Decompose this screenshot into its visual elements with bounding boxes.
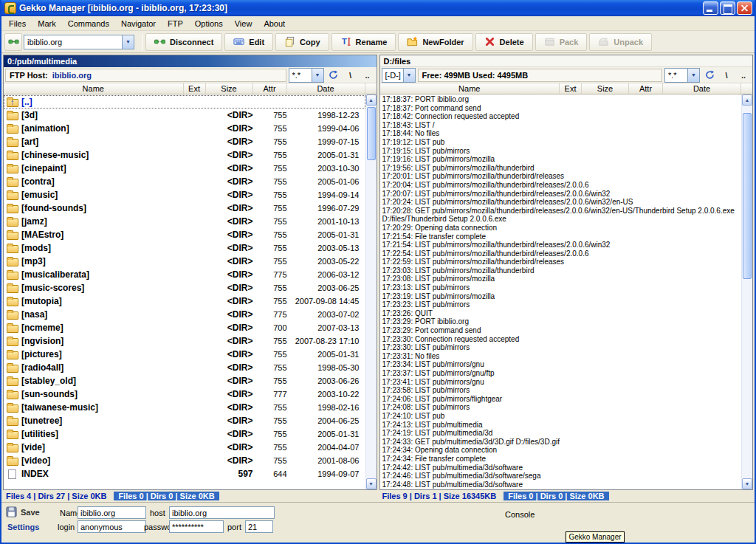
port-field[interactable] xyxy=(245,520,273,533)
file-row[interactable]: [ncmeme]<DIR>7002007-03-13 xyxy=(4,321,365,334)
delete-button[interactable]: Delete xyxy=(475,33,533,51)
left-refresh-button[interactable] xyxy=(326,69,341,82)
column-header-ext[interactable]: Ext xyxy=(184,83,206,94)
file-row[interactable]: [animation]<DIR>7551999-04-06 xyxy=(4,122,365,135)
file-row[interactable]: [music-scores]<DIR>7552003-06-25 xyxy=(4,281,365,295)
host-field[interactable] xyxy=(169,506,275,519)
chevron-down-icon[interactable]: ▼ xyxy=(403,69,415,82)
file-row[interactable]: [mutopia]<DIR>7552007-09-08 14:45 xyxy=(4,295,365,308)
new-folder-button[interactable]: NewFolder xyxy=(398,33,472,51)
menu-item-commands[interactable]: Commands xyxy=(62,18,115,30)
minimize-button[interactable] xyxy=(703,1,718,15)
file-row[interactable]: [emusic]<DIR>7551994-09-14 xyxy=(4,188,365,202)
left-scrollbar[interactable]: ▲ ▼ xyxy=(365,94,377,489)
title-bar[interactable]: Gekko Manager [ibiblio.org - ibiblio.org… xyxy=(1,0,755,16)
file-row[interactable]: [art]<DIR>7551999-07-15 xyxy=(4,135,365,148)
connect-button[interactable] xyxy=(4,33,22,51)
file-row[interactable]: [..] xyxy=(4,95,365,109)
column-header-size[interactable]: Size xyxy=(582,83,629,94)
left-filter-select[interactable]: *.* ▼ xyxy=(289,68,324,83)
cell-attr: 755 xyxy=(253,403,287,412)
file-row[interactable]: [vide]<DIR>7552004-04-07 xyxy=(4,441,365,454)
left-scroll-track[interactable] xyxy=(366,106,377,478)
column-header-size[interactable]: Size xyxy=(206,83,253,94)
file-row[interactable]: [jamz]<DIR>7552001-10-13 xyxy=(4,215,365,228)
right-path-bar[interactable]: D:/files xyxy=(380,55,753,67)
file-row[interactable]: [cinepaint]<DIR>7552003-10-30 xyxy=(4,162,365,175)
file-row[interactable]: [taiwanese-music]<DIR>7551998-02-16 xyxy=(4,401,365,414)
left-parent-button[interactable]: .. xyxy=(360,69,375,82)
name-field[interactable] xyxy=(78,506,146,519)
copy-button[interactable]: Copy xyxy=(275,33,329,51)
menu-item-navigator[interactable]: Navigator xyxy=(115,18,162,30)
menu-item-view[interactable]: View xyxy=(229,18,258,30)
file-row[interactable]: [mods]<DIR>7552003-05-13 xyxy=(4,241,365,255)
menu-item-mark[interactable]: Mark xyxy=(32,18,61,30)
chevron-down-icon[interactable]: ▼ xyxy=(687,69,699,82)
file-row[interactable]: [found-sounds]<DIR>7551996-07-29 xyxy=(4,202,365,215)
left-scroll-thumb[interactable] xyxy=(367,107,376,160)
close-button[interactable] xyxy=(737,1,752,15)
file-row[interactable]: [mp3]<DIR>7552003-05-22 xyxy=(4,255,365,268)
folder-icon xyxy=(7,351,18,359)
file-row[interactable]: [3d]<DIR>7551998-12-23 xyxy=(4,109,365,122)
left-path-bar[interactable]: 0:/pub/multimedia xyxy=(4,55,377,67)
file-row[interactable]: [musicaliberata]<DIR>7752006-03-12 xyxy=(4,268,365,281)
menu-item-files[interactable]: Files xyxy=(3,18,32,30)
menu-item-options[interactable]: Options xyxy=(189,18,229,30)
app-tab[interactable]: Gekko Manager xyxy=(566,531,625,543)
file-row[interactable]: [sun-sounds]<DIR>7772003-10-22 xyxy=(4,388,365,401)
menu-item-ftp[interactable]: FTP xyxy=(162,18,189,30)
scroll-up-icon[interactable]: ▲ xyxy=(366,94,377,106)
right-scroll-track[interactable] xyxy=(742,106,752,478)
scroll-down-icon[interactable]: ▼ xyxy=(366,478,377,489)
host-label: host xyxy=(150,509,165,517)
settings-button[interactable]: Settings xyxy=(7,523,39,531)
left-root-button[interactable]: \ xyxy=(343,69,358,82)
unpack-button[interactable]: Unpack xyxy=(589,33,652,51)
file-row[interactable]: [radio4all]<DIR>7551998-05-30 xyxy=(4,361,365,374)
column-header-date[interactable]: Date xyxy=(287,83,365,94)
file-row[interactable]: [chinese-music]<DIR>7552005-01-31 xyxy=(4,148,365,162)
file-row[interactable]: [utilities]<DIR>7552005-01-31 xyxy=(4,427,365,441)
right-scroll-thumb[interactable] xyxy=(743,113,752,279)
chevron-down-icon[interactable]: ▼ xyxy=(312,69,323,82)
file-row[interactable]: INDEX5976441994-09-07 xyxy=(4,467,365,481)
pack-button[interactable]: Pack xyxy=(535,33,588,51)
connection-select[interactable]: ibiblio.org ▼ xyxy=(24,35,134,49)
column-header-name[interactable]: Name xyxy=(4,83,184,94)
disconnect-button[interactable]: Disconnect xyxy=(145,33,222,51)
file-row[interactable]: [nasa]<DIR>7752003-07-02 xyxy=(4,308,365,321)
file-row[interactable]: [stabley_old]<DIR>7552003-06-26 xyxy=(4,374,365,388)
column-header-ext[interactable]: Ext xyxy=(560,83,582,94)
chevron-down-icon[interactable]: ▼ xyxy=(122,35,134,49)
right-root-button[interactable]: \ xyxy=(719,69,734,82)
login-field[interactable] xyxy=(78,520,146,533)
column-header-date[interactable]: Date xyxy=(663,83,741,94)
file-row[interactable]: [video]<DIR>7552001-08-06 xyxy=(4,454,365,467)
right-status-total: Files 9 | Dirs 1 | Size 16345KB xyxy=(382,492,497,500)
column-header-attr[interactable]: Attr xyxy=(629,83,663,94)
file-row[interactable]: [MAEstro]<DIR>7552005-01-31 xyxy=(4,228,365,241)
menu-item-about[interactable]: About xyxy=(258,18,291,30)
log-line: 17:23:29: PORT ibiblio.org xyxy=(380,317,742,326)
file-row[interactable]: [ngvision]<DIR>7552007-08-23 17:10 xyxy=(4,334,365,348)
file-row[interactable]: [pictures]<DIR>7552005-01-31 xyxy=(4,348,365,361)
right-scrollbar[interactable]: ▲ ▼ xyxy=(741,94,752,489)
scroll-up-icon[interactable]: ▲ xyxy=(742,94,752,106)
column-header-attr[interactable]: Attr xyxy=(253,83,287,94)
right-refresh-button[interactable] xyxy=(702,69,717,82)
maximize-button[interactable] xyxy=(720,1,735,15)
drive-select[interactable]: [-D-] ▼ xyxy=(382,68,416,83)
right-parent-button[interactable]: .. xyxy=(736,69,751,82)
passwd-field[interactable] xyxy=(169,520,224,533)
file-row[interactable]: [tunetree]<DIR>7552004-06-25 xyxy=(4,414,365,427)
save-button[interactable]: Save xyxy=(6,506,40,517)
column-header-name[interactable]: Name xyxy=(380,83,560,94)
cell-size: <DIR> xyxy=(206,349,253,359)
scroll-down-icon[interactable]: ▼ xyxy=(742,478,752,489)
edit-button[interactable]: Edit xyxy=(224,33,273,51)
rename-button[interactable]: T Rename xyxy=(331,33,396,51)
file-row[interactable]: [contra]<DIR>7552005-01-06 xyxy=(4,175,365,188)
right-filter-select[interactable]: *.* ▼ xyxy=(664,68,700,83)
